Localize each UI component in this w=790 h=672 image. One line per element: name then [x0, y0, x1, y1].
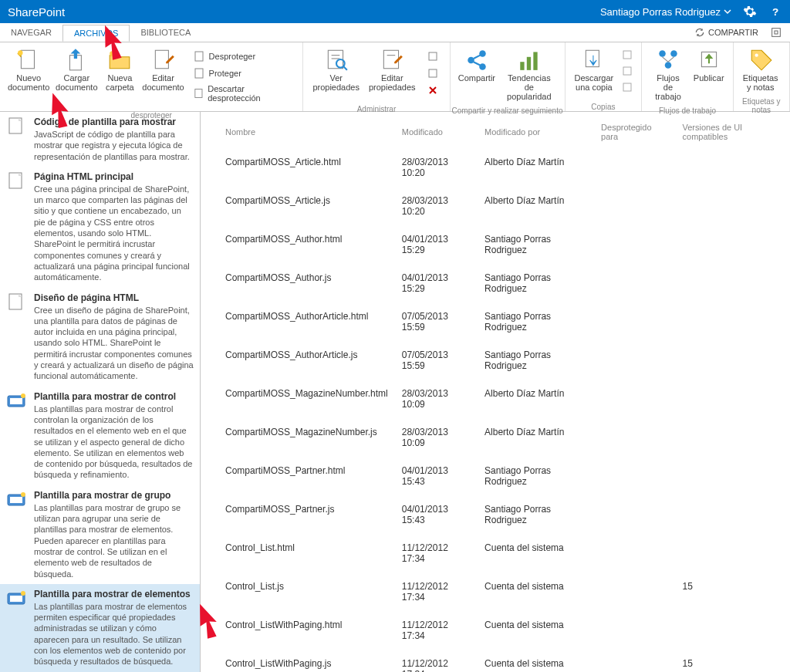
col-header[interactable]: Versiones de UI compatibles — [677, 113, 788, 147]
template-desc: Las plantillas para mostrar de elementos… — [34, 601, 194, 667]
cell-by: Santiago Porras Rodriguez — [478, 342, 593, 379]
ribbon-btn-tags[interactable]: Etiquetasy notas — [738, 46, 783, 93]
template-title: Plantilla para mostrar de elementos — [34, 589, 194, 599]
table-row[interactable]: Control_ListWithPaging.js11/12/2012 17:3… — [202, 650, 788, 672]
cell-modified: 04/01/2013 15:29 — [396, 265, 477, 302]
table-row[interactable]: CompartiMOSS_MagazineNumber.js28/03/2013… — [202, 419, 788, 456]
table-row[interactable]: Control_ListWithPaging.html11/12/2012 17… — [202, 612, 788, 649]
cell-by: Cuenta del sistema — [478, 535, 593, 572]
template-item-0[interactable]: Código de plantilla para mostrarJavaScri… — [0, 112, 200, 167]
ribbon-copies-extra-0[interactable] — [621, 49, 633, 63]
cell-modified: 28/03/2013 10:20 — [396, 187, 477, 225]
svg-rect-8 — [195, 52, 203, 61]
template-item-1[interactable]: Página HTML principalCree una página pri… — [0, 167, 200, 288]
svg-point-38 — [755, 54, 758, 57]
cell-versions — [677, 458, 788, 495]
svg-point-32 — [659, 50, 666, 57]
cell-by: Santiago Porras Rodriguez — [478, 303, 593, 340]
ribbon-btn-trends[interactable]: Tendenciasde popularidad — [498, 46, 559, 103]
ribbon-group-4: Flujosde trabajoPublicarFlujos de trabaj… — [642, 42, 733, 111]
cell-name: Control_ListWithPaging.html — [219, 612, 394, 649]
user-menu[interactable]: Santiago Porras Rodriguez — [600, 6, 731, 18]
ribbon-copies-extra-1[interactable] — [621, 65, 633, 79]
template-title: Código de plantilla para mostrar — [34, 117, 194, 127]
ribbon-extra-2[interactable] — [424, 83, 442, 98]
col-header[interactable]: Desprotegido para — [595, 113, 674, 147]
share-action[interactable]: COMPARTIR — [694, 27, 758, 38]
ribbon-extra-0[interactable] — [424, 49, 442, 64]
cell-checkout — [595, 187, 674, 225]
table-row[interactable]: CompartiMOSS_Partner.js04/01/2013 15:43S… — [202, 496, 788, 533]
table-row[interactable]: CompartiMOSS_MagazineNumber.html28/03/20… — [202, 380, 788, 417]
template-icon — [6, 171, 28, 190]
ribbon-small-desproteger[interactable]: Desproteger — [191, 49, 295, 64]
ribbon-btn-workflow[interactable]: Flujosde trabajo — [647, 46, 689, 103]
ribbon-copies-extra-2[interactable] — [621, 81, 633, 96]
template-item-4[interactable]: Plantilla para mostrar de grupoLas plant… — [0, 485, 200, 584]
user-name: Santiago Porras Rodriguez — [600, 6, 721, 18]
cell-name: CompartiMOSS_MagazineNumber.html — [219, 380, 394, 417]
cell-by: Alberto Díaz Martín — [478, 380, 593, 417]
col-header[interactable]: Nombre — [219, 113, 394, 147]
tab-archivos[interactable]: ARCHIVOS — [62, 25, 130, 42]
table-row[interactable]: CompartiMOSS_Partner.html04/01/2013 15:4… — [202, 458, 788, 495]
col-header[interactable]: Modificado — [396, 113, 477, 147]
table-row[interactable]: CompartiMOSS_Author.html04/01/2013 15:29… — [202, 226, 788, 263]
focus-icon[interactable] — [770, 26, 782, 39]
template-icon — [6, 589, 28, 607]
cell-by: Santiago Porras Rodriguez — [478, 496, 593, 533]
ribbon-btn-download[interactable]: Descargaruna copia — [570, 46, 619, 93]
table-row[interactable]: CompartiMOSS_Author.js04/01/2013 15:29Sa… — [202, 265, 788, 302]
table-row[interactable]: CompartiMOSS_AuthorArticle.html07/05/201… — [202, 303, 788, 340]
ribbon-btn-edit-doc[interactable]: Editardocumento — [139, 46, 187, 93]
table-row[interactable]: Control_List.html11/12/2012 17:34Cuenta … — [202, 535, 788, 572]
table-row[interactable]: CompartiMOSS_Article.js28/03/2013 10:20A… — [202, 187, 788, 225]
ribbon-btn-edit-props[interactable]: Editarpropiedades — [364, 46, 420, 93]
ribbon-btn-publish[interactable]: Publicar — [690, 46, 728, 84]
ribbon-btn-new-folder[interactable]: Nuevacarpeta — [100, 46, 139, 93]
tab-biblioteca[interactable]: BIBLIOTECA — [130, 25, 201, 41]
table-row[interactable]: CompartiMOSS_Article.html28/03/2013 10:2… — [202, 149, 788, 186]
ribbon-btn-new-doc[interactable]: Nuevodocumento — [5, 46, 52, 93]
ribbon-small-proteger[interactable]: Proteger — [191, 66, 295, 81]
ribbon-extra-1[interactable] — [424, 66, 442, 81]
template-item-2[interactable]: Diseño de página HTMLCree un diseño de p… — [0, 288, 200, 387]
gear-icon[interactable] — [743, 5, 757, 19]
template-desc: Las plantillas para mostrar de control c… — [34, 404, 194, 481]
template-desc: Las plantillas para mostrar de grupo se … — [34, 502, 194, 579]
cell-name: CompartiMOSS_Article.html — [219, 149, 394, 186]
cell-checkout — [595, 458, 674, 495]
cell-versions: 15 — [677, 573, 788, 610]
svg-rect-49 — [10, 596, 22, 602]
template-item-3[interactable]: Plantilla para mostrar de controlLas pla… — [0, 387, 200, 485]
svg-line-15 — [343, 67, 346, 70]
table-row[interactable]: CompartiMOSS_AuthorArticle.js07/05/2013 … — [202, 342, 788, 379]
template-item-5[interactable]: Plantilla para mostrar de elementosLas p… — [0, 584, 200, 672]
svg-rect-16 — [384, 50, 399, 68]
col-header[interactable]: Modificado por — [478, 113, 593, 147]
cell-checkout — [595, 535, 674, 572]
svg-point-4 — [18, 50, 22, 55]
file-list: NombreModificadoModificado porDesprotegi… — [201, 112, 790, 672]
cell-versions — [677, 187, 788, 225]
cell-checkout — [595, 149, 674, 186]
table-row[interactable]: Control_List.js11/12/2012 17:34Cuenta de… — [202, 573, 788, 610]
ribbon-btn-upload-doc[interactable]: Cargardocumento — [52, 46, 100, 93]
ribbon-group-2: CompartirTendenciasde popularidadCompart… — [451, 42, 565, 111]
cell-by: Alberto Díaz Martín — [478, 419, 593, 456]
cell-by: Cuenta del sistema — [478, 612, 593, 649]
cell-checkout — [595, 380, 674, 417]
ribbon: NuevodocumentoCargardocumentoNuevacarpet… — [0, 42, 790, 112]
help-icon[interactable]: ? — [768, 5, 782, 19]
ribbon-group-0: NuevodocumentoCargardocumentoNuevacarpet… — [0, 42, 303, 111]
cell-name: Control_List.html — [219, 535, 394, 572]
cell-name: Control_List.js — [219, 573, 394, 610]
cell-modified: 28/03/2013 10:20 — [396, 149, 477, 186]
ribbon-btn-share[interactable]: Compartir — [455, 46, 499, 84]
ribbon-btn-view-props[interactable]: Verpropiedades — [308, 46, 364, 93]
tab-navegar[interactable]: NAVEGAR — [0, 25, 62, 41]
cell-versions — [677, 226, 788, 263]
svg-rect-2 — [775, 31, 778, 34]
ribbon-small-descartar-desprotección[interactable]: Descartar desprotección — [191, 83, 295, 104]
cell-name: CompartiMOSS_Partner.js — [219, 496, 394, 533]
